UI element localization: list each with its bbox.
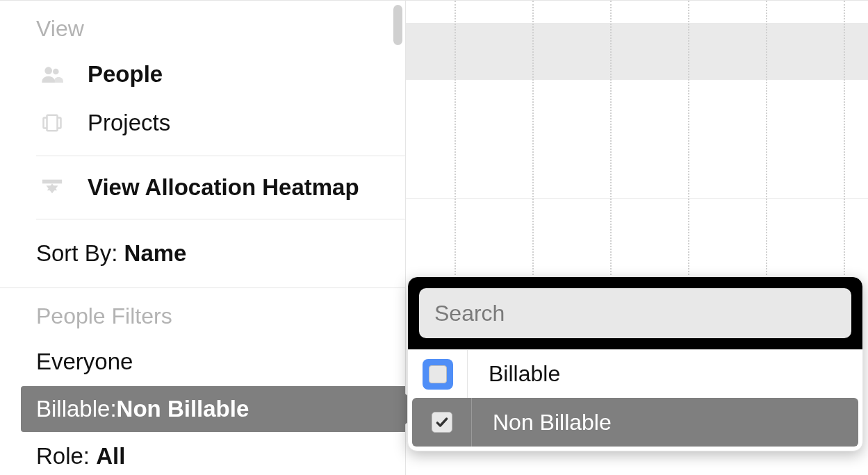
filter-billable[interactable]: Billable: Non Billable <box>21 386 405 432</box>
grid-hline <box>406 198 868 199</box>
filter-option-non-billable[interactable]: Non Billable <box>412 398 858 447</box>
sort-label: Sort By: <box>36 240 124 266</box>
filter-value: All <box>96 443 125 469</box>
people-icon <box>36 58 68 90</box>
grid-line <box>455 1 456 275</box>
people-filters-header: People Filters <box>0 288 405 338</box>
grid-line <box>766 1 767 275</box>
projects-icon <box>36 107 68 139</box>
sort-value: Name <box>124 240 187 266</box>
sidebar-item-label: People <box>88 61 163 88</box>
billable-filter-popover: Billable Non Billable <box>407 276 863 451</box>
filter-role[interactable]: Role: All <box>0 432 405 475</box>
sidebar-item-label: Projects <box>88 110 170 136</box>
sidebar-item-people[interactable]: People <box>0 50 405 99</box>
sidebar-item-heatmap[interactable]: View Allocation Heatmap <box>0 156 405 219</box>
grid-line <box>610 1 612 275</box>
view-section-header: View <box>0 1 405 50</box>
checkbox-checked[interactable] <box>432 412 452 433</box>
search-input[interactable] <box>419 288 851 338</box>
checkbox-cell[interactable] <box>408 350 468 398</box>
sidebar-item-label: View Allocation Heatmap <box>88 174 359 201</box>
filter-everyone[interactable]: Everyone <box>0 338 405 386</box>
sidebar: View People Projects <box>0 0 406 475</box>
svg-point-1 <box>53 69 59 75</box>
popover-search-wrap <box>408 277 862 349</box>
filter-value: Non Billable <box>117 396 249 422</box>
option-label: Non Billable <box>472 410 612 435</box>
filter-label: Everyone <box>36 349 133 374</box>
grid-header-band <box>406 23 868 80</box>
svg-point-0 <box>44 67 52 74</box>
svg-rect-4 <box>42 180 62 184</box>
filter-label: Role: <box>36 443 96 469</box>
grid-line <box>844 1 845 275</box>
filter-option-billable[interactable]: Billable <box>408 349 862 398</box>
svg-rect-3 <box>47 115 58 131</box>
option-label: Billable <box>468 361 560 387</box>
sidebar-item-projects[interactable]: Projects <box>0 99 405 147</box>
checkbox-cell[interactable] <box>412 398 472 447</box>
heatmap-icon <box>36 172 68 203</box>
scrollbar-thumb[interactable] <box>393 5 402 45</box>
grid-line <box>688 1 689 275</box>
grid-line <box>532 1 534 275</box>
checkbox-unchecked-focused[interactable] <box>423 359 453 390</box>
sort-by-row[interactable]: Sort By: Name <box>0 219 405 288</box>
filter-label: Billable: <box>36 396 117 422</box>
